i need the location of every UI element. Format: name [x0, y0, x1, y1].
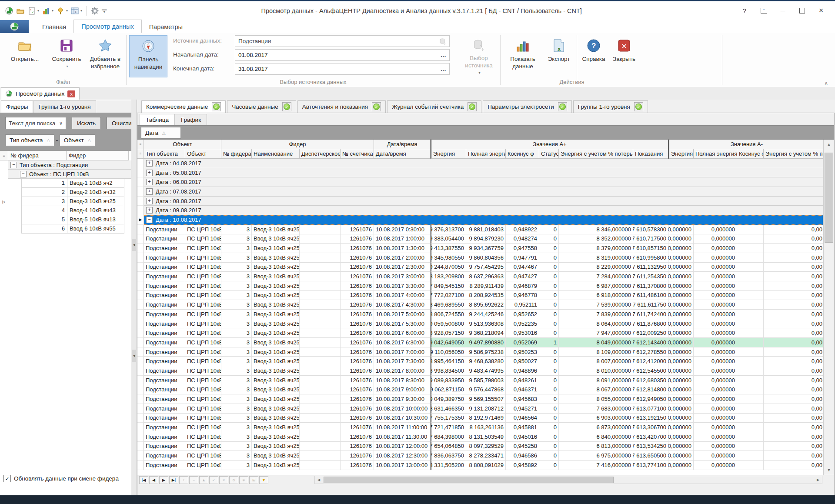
column-header-3[interactable]: Наименование	[252, 149, 300, 159]
nav-post-button[interactable]: ✓	[209, 476, 218, 484]
search-button[interactable]: Искать	[72, 117, 101, 129]
feeder-row[interactable]: 5Ввод-5 10кВ яч13	[0, 215, 131, 224]
groupby-chip-type[interactable]: Тип объекта△	[5, 134, 54, 146]
source-tab-1[interactable]: Часовые данные✓	[227, 100, 296, 113]
collapse-panel-icon[interactable]: ◀	[132, 239, 136, 251]
column-header-13[interactable]: Энергия	[668, 149, 694, 159]
vertical-scrollbar[interactable]: ▲ ▼	[823, 140, 834, 475]
source-tab-3[interactable]: Журнал событий счетчика✓	[387, 100, 481, 113]
app-menu-button[interactable]	[0, 20, 29, 33]
column-header-16[interactable]: Энергия с учетом % по	[764, 149, 823, 159]
expand-icon[interactable]: +	[146, 170, 153, 176]
navigation-panel-toggle[interactable]: Панель навигации	[129, 35, 167, 77]
help-icon[interactable]: ?	[735, 4, 754, 17]
vertical-scrollbar-thumb[interactable]	[825, 153, 833, 243]
data-row[interactable]: ПодстанцииПС ЦРП 10кВ3Ввод-3 10кВ яч2512…	[137, 291, 823, 300]
data-row[interactable]: ПодстанцииПС ЦРП 10кВ3Ввод-3 10кВ яч2512…	[137, 385, 823, 395]
data-row[interactable]: ПодстанцииПС ЦРП 10кВ3Ввод-3 10кВ яч2512…	[137, 281, 823, 291]
start-date-picker-icon[interactable]: …	[441, 52, 447, 58]
tab-chart[interactable]: График	[175, 114, 207, 125]
nav-cancel-button[interactable]: ×	[219, 476, 228, 484]
data-row[interactable]: ПодстанцииПС ЦРП 10кВ3Ввод-3 10кВ яч2512…	[137, 347, 823, 357]
nav-filter-button[interactable]: ▼	[259, 476, 268, 484]
scroll-left-icon[interactable]: ◀	[315, 476, 323, 484]
source-select-button[interactable]: Выбор источника ▾	[459, 35, 498, 77]
source-tab-0[interactable]: Коммерческие данные✓	[141, 100, 226, 113]
nav-refresh-button[interactable]: ↻	[229, 476, 238, 484]
column-header-7[interactable]: Энергия	[431, 149, 466, 159]
scroll-up-icon[interactable]: ▲	[824, 140, 834, 149]
tab-level1-groups[interactable]: Группы 1-го уровня	[33, 100, 96, 113]
ribbon-display-icon[interactable]: ⌃	[754, 4, 773, 17]
source-tab-2[interactable]: Авточтения и показания✓	[297, 100, 386, 113]
add-favorite-button[interactable]: Добавить в избранное	[86, 35, 124, 77]
data-row[interactable]: ПодстанцииПС ЦРП 10кВ3Ввод-3 10кВ яч2512…	[137, 310, 823, 319]
date-group-row[interactable]: +Дата : 05.08.2017	[137, 168, 823, 178]
nav-prev-button[interactable]: ◀	[149, 476, 158, 484]
nav-first-button[interactable]: |◀	[139, 476, 148, 484]
end-date-field[interactable]: 31.08.2017 …	[235, 63, 450, 75]
open-folder-icon[interactable]	[16, 7, 25, 15]
start-date-field[interactable]: 01.08.2017 …	[235, 49, 450, 61]
collapse-ribbon-icon[interactable]: ∧	[824, 80, 828, 86]
chart-icon[interactable]: ▾	[42, 7, 53, 15]
collapse-icon[interactable]: −	[20, 171, 27, 177]
date-group-row[interactable]: +Дата : 09.08.2017	[137, 206, 823, 215]
feeder-row[interactable]: ▷3Ввод-3 10кВ яч25	[0, 197, 131, 206]
column-header-12[interactable]: Показания	[633, 149, 668, 159]
tab-feeders[interactable]: Фидеры	[1, 100, 33, 113]
date-group-row[interactable]: ▶−Дата : 10.08.2017	[137, 215, 823, 225]
nav-append-button[interactable]: +	[179, 476, 188, 484]
horizontal-scrollbar-thumb[interactable]	[324, 477, 614, 483]
column-header-14[interactable]: Полная энергия	[694, 149, 737, 159]
column-chooser-icon[interactable]: ≡	[0, 151, 8, 160]
document-tab[interactable]: Просмотр данных x	[1, 87, 80, 100]
col-header-feeder[interactable]: Фидер	[67, 151, 129, 160]
ribbon-tab-prosmotr-dannyh[interactable]: Просмотр данных	[73, 20, 141, 33]
update-on-change-checkbox[interactable]: ✓ Обновлять данные при смене фидера	[3, 475, 119, 482]
column-chooser-icon[interactable]: ≡	[137, 140, 144, 149]
tree-group-object[interactable]: −Объект : ПС ЦРП 10кВ	[0, 170, 131, 179]
source-tab-4[interactable]: Параметры электросети✓	[483, 100, 571, 113]
collapse-panel-icon[interactable]: ◀	[132, 350, 136, 362]
column-header-0[interactable]: Тип объекта	[144, 149, 185, 159]
collapse-icon[interactable]: −	[146, 217, 153, 223]
save-dropdown-icon[interactable]: ▾	[66, 63, 68, 70]
groupby-chip-date[interactable]: Дата△	[141, 127, 181, 139]
expand-icon[interactable]: +	[146, 160, 153, 167]
customize-toolbar-icon[interactable]: ══▾	[102, 9, 107, 13]
nav-edit-button[interactable]: ▲	[199, 476, 208, 484]
feeder-row[interactable]: 6Ввод-6 10кВ яч55	[0, 224, 131, 234]
column-header-1[interactable]: Объект	[185, 149, 221, 159]
data-row[interactable]: ПодстанцииПС ЦРП 10кВ3Ввод-3 10кВ яч2512…	[137, 366, 823, 376]
data-row[interactable]: ПодстанцииПС ЦРП 10кВ3Ввод-3 10кВ яч2512…	[137, 376, 823, 385]
end-date-picker-icon[interactable]: …	[441, 66, 447, 72]
data-row[interactable]: ПодстанцииПС ЦРП 10кВ3Ввод-3 10кВ яч2512…	[137, 234, 823, 244]
data-row[interactable]: ПодстанцииПС ЦРП 10кВ3Ввод-3 10кВ яч2512…	[137, 263, 823, 272]
feeder-row[interactable]: 1Ввод-1 10кВ яч2	[0, 179, 131, 188]
map-pin-icon[interactable]: ▾	[56, 7, 68, 15]
ribbon-tab-glavnaya[interactable]: Главная	[35, 20, 73, 33]
export-button[interactable]: x Экспорт	[544, 35, 574, 77]
nav-next-button[interactable]: ▶	[159, 476, 168, 484]
data-row[interactable]: ПодстанцииПС ЦРП 10кВ3Ввод-3 10кВ яч2512…	[137, 451, 823, 461]
scroll-down-icon[interactable]: ▼	[824, 465, 834, 475]
column-header-15[interactable]: Косинус φ	[737, 149, 764, 159]
maximize-icon[interactable]	[792, 4, 812, 17]
nav-delete-button[interactable]: −	[189, 476, 198, 484]
data-row[interactable]: ПодстанцииПС ЦРП 10кВ3Ввод-3 10кВ яч2512…	[137, 461, 823, 470]
column-header-4[interactable]: Диспетчерское	[300, 149, 341, 159]
groupby-chip-object[interactable]: Объект△	[60, 134, 96, 146]
nav-bookmark-button[interactable]: ∗	[239, 476, 248, 484]
collapse-icon[interactable]: −	[10, 162, 17, 168]
column-chooser-icon[interactable]: ≡	[137, 149, 144, 159]
data-row[interactable]: ПодстанцииПС ЦРП 10кВ3Ввод-3 10кВ яч2512…	[137, 394, 823, 404]
close-view-button[interactable]: ✕ Закрыть	[610, 35, 638, 77]
summary-table-icon[interactable]: Σ ▾	[70, 7, 82, 15]
data-row[interactable]: ПодстанцииПС ЦРП 10кВ3Ввод-3 10кВ яч2512…	[137, 432, 823, 442]
column-header-11[interactable]: Энергия с учетом % потерь	[559, 149, 633, 159]
expand-icon[interactable]: +	[146, 198, 153, 204]
column-header-5[interactable]: № счетчика	[341, 149, 374, 159]
open-button[interactable]: Открыть...	[5, 35, 44, 77]
data-row[interactable]: ПодстанцииПС ЦРП 10кВ3Ввод-3 10кВ яч2512…	[137, 338, 823, 347]
